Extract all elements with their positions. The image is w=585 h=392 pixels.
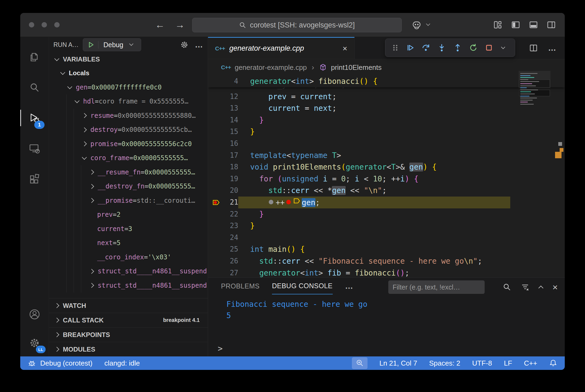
code-line-18[interactable]: 18void print10Elements(generator<T>& gen… (208, 161, 565, 173)
eol-item[interactable]: LF (504, 359, 512, 367)
more-actions-icon[interactable]: … (195, 40, 203, 49)
gutter[interactable]: 19 (208, 173, 238, 185)
stop-button[interactable] (484, 43, 494, 52)
code-line-15[interactable]: 15} (208, 126, 565, 138)
gutter[interactable]: 22 (208, 208, 238, 220)
close-tab-icon[interactable]: × (342, 44, 347, 53)
variable-row[interactable]: __resume_fn = 0x0000555555… (49, 165, 208, 180)
variables-section-header[interactable]: VARIABLES (49, 53, 208, 66)
gutter[interactable]: 4 (208, 75, 238, 87)
variable-row[interactable]: coro_frame = 0x00005555555… (49, 151, 208, 165)
start-debug-icon[interactable] (87, 41, 95, 49)
gutter[interactable]: 17 (208, 150, 238, 161)
language-mode-item[interactable]: C++ (524, 359, 537, 367)
gutter[interactable]: 21 (208, 197, 238, 208)
gear-icon[interactable] (180, 40, 189, 49)
gutter[interactable]: 16 (208, 138, 238, 150)
sidebar-item-explorer[interactable] (20, 42, 49, 72)
more-editor-actions-icon[interactable]: … (548, 43, 557, 53)
code-line-13[interactable]: 13 current = next; (208, 102, 565, 114)
step-into-button[interactable] (437, 43, 446, 52)
sidebar-item-extensions[interactable] (20, 164, 49, 194)
gutter[interactable]: 15 (208, 126, 238, 138)
gutter[interactable]: 23 (208, 220, 238, 232)
forward-button[interactable]: → (175, 19, 185, 30)
gutter[interactable]: 12 (208, 91, 238, 103)
copilot-button[interactable] (411, 19, 434, 30)
chevron-right-icon[interactable] (82, 113, 87, 118)
inline-breakpoint-icon[interactable] (286, 200, 291, 204)
chevron-down-icon[interactable] (60, 70, 65, 75)
breadcrumb-symbol[interactable]: print10Elements (331, 63, 382, 72)
clangd-status-item[interactable]: clangd: idle (104, 359, 140, 367)
chevron-right-icon[interactable] (82, 142, 87, 146)
variable-row[interactable]: __destroy_fn = 0x000055555… (49, 179, 208, 194)
breadcrumb-file[interactable]: generator-example.cpp (235, 63, 307, 72)
inline-breakpoint-candidate-icon[interactable] (269, 200, 273, 204)
variable-row[interactable]: destroy = 0x0000555555555cb… (49, 123, 208, 137)
code-line-26[interactable]: 26 std::cerr << "Fibonacci sequence - he… (208, 255, 565, 267)
account-button[interactable] (20, 299, 49, 329)
traffic-lights[interactable] (29, 22, 60, 27)
gutter[interactable]: 14 (208, 114, 238, 126)
watch-section-header[interactable]: WATCH (49, 298, 208, 313)
code-line-14[interactable]: 14 } (208, 114, 565, 126)
code-line-17[interactable]: 17template<typename T> (208, 150, 565, 161)
maximize-window-icon[interactable] (54, 22, 60, 27)
debug-config-dropdown[interactable]: Debug (83, 38, 141, 51)
step-over-button[interactable] (421, 43, 431, 52)
back-button[interactable]: ← (155, 19, 165, 30)
tab-generator-example[interactable]: C++ generator-example.cpp × (208, 37, 355, 59)
cursor-position-item[interactable]: Ln 21, Col 7 (379, 359, 417, 367)
gutter[interactable]: 25 (208, 243, 238, 255)
chevron-down-icon[interactable] (74, 98, 79, 103)
sticky-line[interactable]: 4generator<int> fibonacci() { (208, 75, 565, 87)
code-line-21[interactable]: 21 ++gen; (208, 197, 565, 208)
code-editor[interactable]: 4generator<int> fibonacci() { co_yield v… (208, 75, 565, 277)
variable-row[interactable]: struct_std____n4861__suspend (49, 264, 208, 278)
command-center-search[interactable]: corotest [SSH: avogelsges-wsl2] (192, 18, 402, 32)
code-line-20[interactable]: 20 std::cerr << *gen << "\n"; (208, 185, 565, 197)
code-line-22[interactable]: 22 } (208, 208, 565, 220)
toggle-primary-sidebar-icon[interactable] (511, 20, 520, 29)
gutter[interactable]: 26 (208, 255, 238, 267)
variable-row[interactable]: current = 3 (49, 222, 208, 236)
split-editor-icon[interactable] (529, 44, 538, 52)
variable-row[interactable]: struct_std____n4861__suspend (49, 278, 208, 293)
chevron-right-icon[interactable] (89, 184, 94, 189)
code-line-12[interactable]: 12 prev = current; (208, 91, 565, 103)
variable-row[interactable]: __coro_index = '\x03' (49, 250, 208, 264)
gutter[interactable]: 18 (208, 161, 238, 173)
variable-row[interactable]: __promise = std::__corouti… (49, 194, 208, 208)
bell-icon[interactable] (549, 359, 557, 367)
tab-debug-console[interactable]: DEBUG CONSOLE (272, 278, 333, 294)
minimap[interactable] (520, 73, 549, 112)
variable-row[interactable]: Locals (49, 66, 208, 80)
debug-status-item[interactable]: Debug (corotest) (28, 359, 93, 367)
variable-row[interactable]: next = 5 (49, 236, 208, 250)
chevron-right-icon[interactable] (89, 198, 94, 203)
close-window-icon[interactable] (29, 22, 34, 27)
code-line-19[interactable]: 19 for (unsigned i = 0; i < 10; ++i) { (208, 173, 565, 185)
more-panel-tabs-icon[interactable]: … (345, 278, 354, 294)
sidebar-item-run-debug[interactable]: 1 (20, 103, 49, 133)
tab-problems[interactable]: PROBLEMS (221, 278, 260, 294)
console-prompt[interactable]: > (218, 344, 223, 353)
maximize-panel-icon[interactable] (538, 286, 543, 290)
modules-section-header[interactable]: MODULES (49, 342, 208, 356)
gutter[interactable]: 13 (208, 102, 238, 114)
code-line-24[interactable]: 24 (208, 232, 565, 244)
breakpoint-hit-icon[interactable] (212, 198, 221, 207)
close-panel-icon[interactable]: × (552, 282, 558, 293)
gutter[interactable]: 27 (208, 267, 238, 278)
continue-button[interactable] (406, 43, 415, 52)
breakpoints-section-header[interactable]: BREAKPOINTS (49, 327, 208, 342)
gutter[interactable]: 20 (208, 185, 238, 197)
search-icon[interactable] (502, 283, 511, 291)
chevron-down-icon[interactable] (67, 84, 72, 89)
breadcrumb[interactable]: C++ generator-example.cpp › print10Eleme… (208, 59, 565, 75)
variable-row[interactable]: prev = 2 (49, 208, 208, 222)
debug-console-output[interactable]: Fibonacci sequence - here we go 5 (208, 294, 565, 321)
sidebar-item-remote-explorer[interactable] (20, 133, 49, 164)
chevron-right-icon[interactable] (89, 283, 94, 288)
